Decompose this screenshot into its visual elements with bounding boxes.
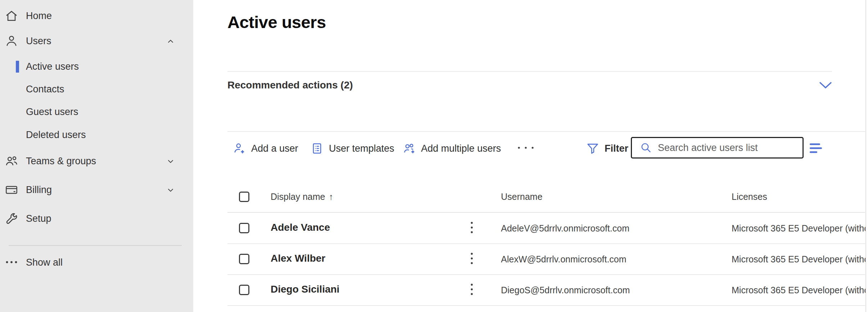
row-divider [227,243,865,244]
add-a-user-button[interactable]: Add a user [232,141,298,156]
sidebar-item-label: Guest users [26,106,78,118]
row-more-actions-icon[interactable] [470,221,474,235]
m365-admin-active-users-page: Home Users Active users Contacts Guest u… [0,0,868,312]
search-box [631,137,804,159]
sidebar-item-label: Teams & groups [26,156,96,167]
add-people-icon [402,142,416,155]
search-input[interactable] [658,142,795,153]
chevron-up-icon [166,37,175,46]
sidebar-item-home[interactable]: Home [0,6,193,26]
user-display-name[interactable]: Alex Wilber [271,253,325,264]
sidebar-item-billing[interactable]: Billing [0,180,193,200]
sidebar-item-show-all[interactable]: Show all [0,252,193,272]
add-multiple-users-label: Add multiple users [421,143,501,154]
section-divider [227,71,832,72]
sort-ascending-arrow: ↑ [329,192,333,202]
chevron-down-icon [166,185,175,195]
sidebar-item-label: Active users [26,61,79,72]
user-display-name[interactable]: Adele Vance [271,222,330,233]
user-username: AlexW@5drrlv.onmicrosoft.com [501,254,627,265]
row-checkbox[interactable] [239,285,249,295]
main-content: Active users Recommended actions (2) Add… [193,0,868,312]
row-divider [227,305,865,306]
credit-card-icon [4,183,19,197]
recommended-actions-header[interactable]: Recommended actions (2) [227,79,353,91]
column-header-username[interactable]: Username [501,192,542,202]
user-username: DiegoS@5drrlv.onmicrosoft.com [501,285,630,295]
user-licenses: Microsoft 365 E5 Developer (withou [732,285,866,295]
chevron-down-icon [166,157,175,166]
filter-funnel-icon [586,142,600,155]
sidebar-divider [9,245,182,246]
user-licenses: Microsoft 365 E5 Developer (withou [732,254,866,265]
sidebar-item-label: Show all [26,257,63,268]
user-username: AdeleV@5drrlv.onmicrosoft.com [501,223,629,234]
user-templates-label: User templates [329,143,394,154]
sidebar-item-label: Setup [26,213,51,224]
sidebar-item-label: Home [26,10,52,22]
column-header-display-name[interactable]: Display name↑ [271,192,333,202]
row-checkbox[interactable] [239,223,249,233]
wrench-icon [4,211,19,226]
filter-button[interactable]: Filter [586,141,628,156]
page-title: Active users [227,12,326,32]
select-all-checkbox[interactable] [239,192,249,202]
add-multiple-users-button[interactable]: Add multiple users [402,141,501,156]
more-actions-button[interactable] [516,145,535,150]
user-templates-button[interactable]: User templates [310,141,394,156]
sidebar-item-deleted-users[interactable]: Deleted users [0,125,193,145]
sidebar-item-label: Billing [26,184,52,196]
sidebar-item-contacts[interactable]: Contacts [0,79,193,99]
column-header-licenses[interactable]: Licenses [732,192,767,202]
people-icon [4,154,19,168]
chevron-down-icon[interactable] [819,80,832,91]
selected-indicator [16,61,19,73]
row-divider [227,274,865,275]
home-icon [4,9,19,23]
filter-label: Filter [605,143,628,154]
sidebar-item-label: Users [26,36,51,47]
row-checkbox[interactable] [239,254,249,264]
user-icon [4,34,19,48]
sort-lines-icon[interactable] [810,143,824,155]
sidebar-item-label: Deleted users [26,129,86,141]
add-a-user-label: Add a user [251,143,298,154]
sidebar-item-active-users[interactable]: Active users [0,56,193,77]
user-display-name[interactable]: Diego Siciliani [271,284,339,295]
table-header-divider [227,212,865,213]
user-licenses: Microsoft 365 E5 Developer (withou [732,223,866,234]
sidebar-item-guest-users[interactable]: Guest users [0,102,193,122]
sidebar-item-setup[interactable]: Setup [0,208,193,229]
sidebar-item-teams-groups[interactable]: Teams & groups [0,151,193,171]
section-divider [227,131,865,132]
row-more-actions-icon[interactable] [470,252,474,266]
add-person-icon [232,142,246,155]
sidebar-item-label: Contacts [26,84,64,95]
sidebar-item-users[interactable]: Users [0,31,193,51]
scrollbar-track-edge [865,0,866,312]
ellipsis-icon [4,257,19,272]
template-list-icon [310,142,324,155]
search-icon [640,142,652,154]
row-more-actions-icon[interactable] [470,283,474,297]
sidebar-nav: Home Users Active users Contacts Guest u… [0,0,193,312]
